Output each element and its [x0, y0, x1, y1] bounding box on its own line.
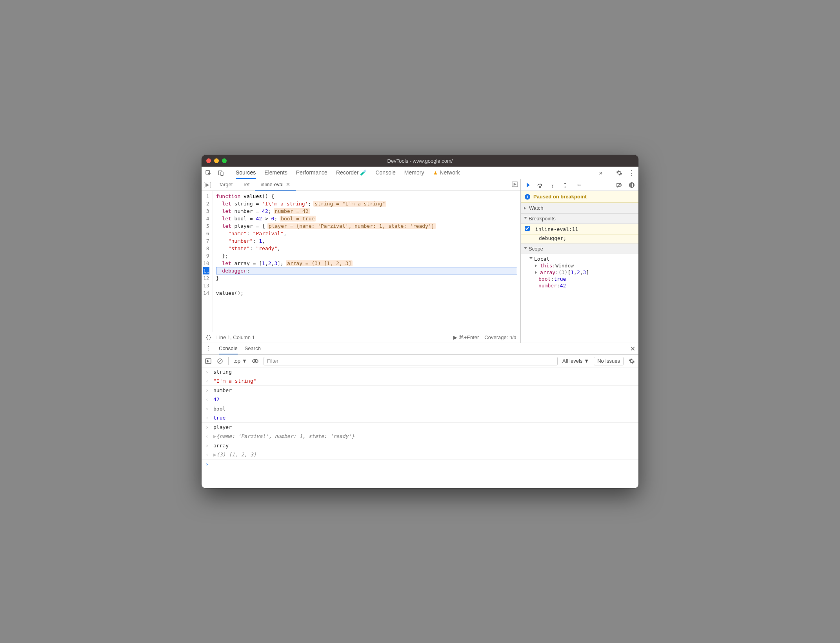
pause-on-exceptions-icon[interactable]	[628, 182, 635, 189]
code-line[interactable]: let string = 'I\'m a string';string = "I…	[216, 200, 517, 207]
resume-icon[interactable]	[524, 182, 531, 189]
scope-variable[interactable]: bool: true	[524, 276, 638, 282]
pretty-print-icon[interactable]: {}	[205, 334, 212, 340]
panel-tab-sources[interactable]: Sources	[236, 167, 256, 179]
run-hint[interactable]: ▶ ⌘+Enter	[453, 334, 479, 340]
line-number[interactable]: 8	[203, 245, 209, 252]
line-number[interactable]: 6	[203, 230, 209, 237]
code-line[interactable]: debugger;	[216, 267, 517, 274]
line-number[interactable]: 14	[203, 289, 209, 297]
chevron-down-icon: ▼	[584, 358, 589, 364]
chevron-right-icon	[535, 271, 538, 274]
console-row[interactable]: ‹true	[202, 413, 638, 423]
step-over-icon[interactable]	[536, 182, 544, 189]
step-icon[interactable]	[574, 182, 581, 189]
maximize-window-icon[interactable]	[222, 158, 227, 163]
line-number[interactable]: 12	[203, 274, 209, 282]
line-number[interactable]: 11	[203, 267, 209, 274]
file-tab-target[interactable]: target	[214, 179, 238, 191]
panel-tab-network[interactable]: ▲Network	[433, 167, 460, 179]
code-line[interactable]: let player = {player = {name: 'Parzival'…	[216, 222, 517, 230]
code-line[interactable]: "number": 1,	[216, 237, 517, 245]
code-line[interactable]	[216, 282, 517, 289]
code-lines[interactable]: function values() { let string = 'I\'m a…	[213, 191, 520, 332]
issues-button[interactable]: No Issues	[594, 357, 624, 365]
console-row[interactable]: ›string	[202, 367, 638, 376]
code-line[interactable]: function values() {	[216, 193, 517, 200]
console-row[interactable]: ›number	[202, 386, 638, 395]
console-row[interactable]: ›array	[202, 441, 638, 450]
code-line[interactable]: let bool = 42 > 0;bool = true	[216, 215, 517, 222]
line-number[interactable]: 2	[203, 200, 209, 207]
drawer-menu-icon[interactable]: ⋮	[205, 345, 212, 352]
code-line[interactable]: }	[216, 274, 517, 282]
toggle-sidebar-icon[interactable]	[205, 358, 212, 365]
panel-tab-performance[interactable]: Performance	[296, 167, 327, 179]
code-line[interactable]: let number = 42;number = 42	[216, 207, 517, 215]
file-tab-ref[interactable]: ref	[238, 179, 255, 191]
live-expression-icon[interactable]	[252, 358, 259, 365]
inspect-element-icon[interactable]	[205, 169, 212, 176]
code-editor[interactable]: 1234567891011121314 function values() { …	[202, 191, 520, 332]
line-number[interactable]: 5	[203, 222, 209, 230]
console-settings-icon[interactable]	[628, 358, 635, 365]
drawer-tab-search[interactable]: Search	[245, 343, 261, 354]
console-row[interactable]: ‹"I'm a string"	[202, 376, 638, 386]
console-row[interactable]: ›bool	[202, 404, 638, 413]
line-number[interactable]: 4	[203, 215, 209, 222]
line-number[interactable]: 9	[203, 252, 209, 260]
code-line[interactable]: "state": "ready",	[216, 245, 517, 252]
filter-input[interactable]: Filter	[264, 357, 558, 365]
line-number[interactable]: 7	[203, 237, 209, 245]
panel-tab-memory[interactable]: Memory	[404, 167, 424, 179]
kebab-menu-icon[interactable]: ⋮	[628, 169, 635, 176]
console-prompt[interactable]: ›	[202, 460, 638, 469]
line-number[interactable]: 13	[203, 282, 209, 289]
console-row[interactable]: ›player	[202, 423, 638, 432]
console-row[interactable]: ‹▶{name: 'Parzival', number: 1, state: '…	[202, 432, 638, 441]
close-drawer-icon[interactable]: ✕	[630, 345, 635, 352]
step-out-icon[interactable]	[562, 182, 569, 189]
scope-section-header[interactable]: Scope	[521, 243, 638, 254]
context-selector[interactable]: top ▼	[233, 358, 247, 364]
breakpoints-section-header[interactable]: Breakpoints	[521, 213, 638, 224]
close-window-icon[interactable]	[206, 158, 211, 163]
console-row[interactable]: ‹42	[202, 395, 638, 404]
code-line[interactable]: let array = [1,2,3];array = (3) [1, 2, 3…	[216, 260, 517, 267]
file-tab-label: ref	[244, 182, 249, 187]
breakpoint-item[interactable]: inline-eval:11	[521, 224, 638, 234]
deactivate-breakpoints-icon[interactable]	[616, 182, 623, 189]
code-line[interactable]: values();	[216, 289, 517, 297]
titlebar: DevTools - www.google.com/	[202, 155, 638, 167]
code-line[interactable]: "name": "Parzival",	[216, 230, 517, 237]
line-number[interactable]: 10	[203, 260, 209, 267]
drawer-tab-console[interactable]: Console	[219, 343, 238, 354]
scope-variable[interactable]: array: (3) [1, 2, 3]	[524, 269, 638, 276]
levels-selector[interactable]: All levels ▼	[562, 358, 589, 364]
minimize-window-icon[interactable]	[214, 158, 219, 163]
show-navigator-icon[interactable]	[204, 182, 211, 188]
coverage-status[interactable]: Coverage: n/a	[484, 334, 516, 340]
breakpoint-checkbox[interactable]	[525, 226, 530, 231]
device-toolbar-icon[interactable]	[217, 169, 224, 176]
console-row[interactable]: ‹▶(3) [1, 2, 3]	[202, 450, 638, 460]
close-icon[interactable]: ✕	[286, 182, 290, 187]
settings-icon[interactable]	[616, 169, 623, 176]
watch-section-header[interactable]: Watch	[521, 203, 638, 213]
panel-tab-console[interactable]: Console	[375, 167, 395, 179]
line-number[interactable]: 3	[203, 207, 209, 215]
clear-console-icon[interactable]	[216, 358, 224, 365]
panel-tab-recorder[interactable]: Recorder 🧪	[336, 167, 367, 179]
run-snippet-icon[interactable]	[512, 181, 518, 189]
step-into-icon[interactable]	[549, 182, 556, 189]
panel-tab-elements[interactable]: Elements	[264, 167, 287, 179]
scope-variable[interactable]: number: 42	[524, 282, 638, 289]
scope-variable[interactable]: this: Window	[524, 262, 638, 269]
more-tabs-icon[interactable]: »	[597, 169, 604, 176]
code-line[interactable]: };	[216, 252, 517, 260]
line-gutter[interactable]: 1234567891011121314	[202, 191, 213, 332]
scope-local-header[interactable]: Local	[524, 256, 638, 262]
console-output[interactable]: ›string‹"I'm a string"›number‹42›bool‹tr…	[202, 367, 638, 488]
file-tab-inline-eval[interactable]: inline-eval✕	[255, 179, 296, 191]
line-number[interactable]: 1	[203, 193, 209, 200]
